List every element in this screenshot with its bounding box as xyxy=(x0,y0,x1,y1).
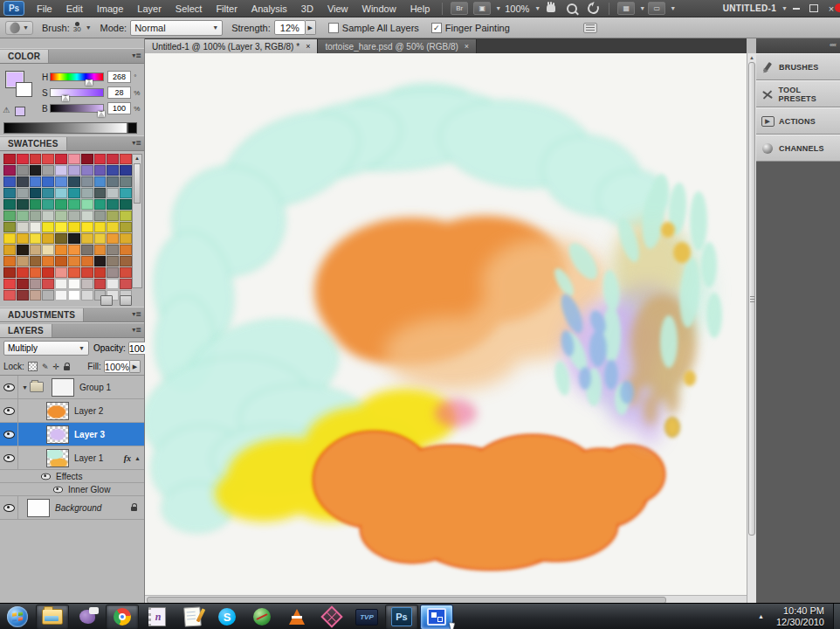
swatch[interactable] xyxy=(120,154,132,164)
color-panel-tab[interactable]: COLOR xyxy=(0,50,49,63)
swatch[interactable] xyxy=(68,233,80,244)
taskbar-editor-button[interactable] xyxy=(176,605,208,629)
swatch[interactable] xyxy=(30,176,42,187)
tab-tortoise-hare[interactable]: tortoise_hare.psd @ 50% (RGB/8) × xyxy=(318,39,477,53)
layers-panel-tab[interactable]: LAYERS xyxy=(0,324,52,337)
swatch[interactable] xyxy=(3,188,16,198)
scroll-thumb[interactable] xyxy=(134,163,141,204)
menu-item[interactable]: Image xyxy=(90,0,131,17)
swatch[interactable] xyxy=(3,233,16,244)
swatch[interactable] xyxy=(107,233,119,244)
brushes-panel-button[interactable]: BRUSHES xyxy=(756,53,840,80)
swatch[interactable] xyxy=(42,222,54,232)
layer-thumbnail[interactable] xyxy=(27,499,50,517)
swatch[interactable] xyxy=(17,211,29,221)
taskbar-clock[interactable]: 10:40 PM 12/30/2010 xyxy=(776,605,824,628)
swatch[interactable] xyxy=(81,267,93,278)
swatch[interactable] xyxy=(42,188,54,198)
tab-close-icon[interactable]: × xyxy=(465,42,469,51)
zoom-level[interactable]: 100% xyxy=(505,3,529,14)
layer-row-layer-1[interactable]: Layer 1 fx ▲ xyxy=(0,446,144,470)
bridge-button[interactable]: Br xyxy=(451,2,468,15)
swatch[interactable] xyxy=(42,165,54,176)
disclosure-triangle-icon[interactable]: ▼ xyxy=(22,384,28,391)
tab-untitled-1[interactable]: Untitled-1 @ 100% (Layer 3, RGB/8) * × xyxy=(145,39,318,53)
swatch[interactable] xyxy=(68,154,80,164)
menu-item[interactable]: 3D xyxy=(294,0,320,17)
layer-thumbnail[interactable] xyxy=(46,425,69,444)
swatch[interactable] xyxy=(42,199,54,210)
swatch[interactable] xyxy=(94,233,107,244)
swatch[interactable] xyxy=(81,222,93,232)
swatch[interactable] xyxy=(55,211,67,221)
swatch[interactable] xyxy=(30,233,42,244)
swatch[interactable] xyxy=(42,176,54,187)
swatch[interactable] xyxy=(94,154,107,164)
swatch[interactable] xyxy=(94,256,107,266)
swatch[interactable] xyxy=(3,165,16,176)
gamut-color-swatch[interactable] xyxy=(15,107,25,116)
swatch[interactable] xyxy=(55,279,67,289)
swatch[interactable] xyxy=(30,222,42,232)
menu-item[interactable]: Edit xyxy=(59,0,90,17)
swatch[interactable] xyxy=(55,245,67,255)
swatch[interactable] xyxy=(120,211,132,221)
swatch[interactable] xyxy=(107,267,119,278)
layer-row-background[interactable]: Background xyxy=(0,496,144,520)
swatch[interactable] xyxy=(30,279,42,289)
menu-item[interactable]: Layer xyxy=(130,0,169,17)
swatch[interactable] xyxy=(107,245,119,255)
swatch[interactable] xyxy=(17,245,29,255)
strength-input[interactable]: 12% xyxy=(274,20,306,35)
swatch[interactable] xyxy=(68,279,80,289)
swatch[interactable] xyxy=(17,222,29,232)
arrange-documents-icon[interactable]: ▦ xyxy=(617,2,635,15)
hue-slider-thumb[interactable] xyxy=(86,79,93,86)
saturation-slider[interactable] xyxy=(50,88,104,97)
swatch[interactable] xyxy=(3,279,16,289)
finger-painting-checkbox[interactable]: ✓ xyxy=(431,23,442,33)
effects-label[interactable]: Effects xyxy=(56,472,82,481)
hue-value[interactable]: 268 xyxy=(107,71,131,83)
visibility-eye-icon[interactable] xyxy=(3,384,15,391)
taskbar-explorer-button[interactable] xyxy=(37,605,68,629)
swatch[interactable] xyxy=(17,199,29,210)
visibility-eye-icon[interactable] xyxy=(3,431,15,439)
taskbar-vlc-button[interactable] xyxy=(281,605,313,629)
swatch[interactable] xyxy=(107,165,119,176)
fx-collapse-icon[interactable]: ▲ xyxy=(134,455,141,461)
background-color-swatch[interactable] xyxy=(16,82,32,97)
taskbar-tvpaint-button[interactable]: TVP xyxy=(351,605,382,629)
swatch[interactable] xyxy=(120,199,132,210)
swatch[interactable] xyxy=(81,165,93,176)
swatch[interactable] xyxy=(42,233,54,244)
delete-swatch-icon[interactable] xyxy=(120,295,132,306)
panel-menu-icon[interactable]: ▾≣ xyxy=(132,310,141,318)
scroll-thumb[interactable] xyxy=(147,597,666,603)
swatch[interactable] xyxy=(55,188,67,198)
layer-thumbnail[interactable] xyxy=(52,378,74,397)
swatch[interactable] xyxy=(42,256,54,266)
swatch[interactable] xyxy=(120,267,132,278)
saturation-value[interactable]: 28 xyxy=(107,86,131,99)
swatch[interactable] xyxy=(3,245,16,255)
swatch[interactable] xyxy=(42,267,54,278)
scroll-up-icon[interactable]: ▲ xyxy=(133,155,141,162)
swatch[interactable] xyxy=(68,188,80,198)
sample-all-layers-checkbox[interactable] xyxy=(328,23,339,33)
lock-all-icon[interactable] xyxy=(64,366,70,370)
swatch[interactable] xyxy=(30,165,42,176)
adjustments-panel-tab[interactable]: ADJUSTMENTS xyxy=(0,308,84,321)
swatch[interactable] xyxy=(17,279,29,289)
swatch[interactable] xyxy=(81,199,93,210)
taskbar-media-button[interactable] xyxy=(246,605,278,629)
menu-item[interactable]: Help xyxy=(403,0,437,17)
swatch[interactable] xyxy=(55,176,67,187)
horizontal-scrollbar[interactable] xyxy=(145,595,747,603)
swatch[interactable] xyxy=(68,256,80,266)
swatch[interactable] xyxy=(17,165,29,176)
brightness-value[interactable]: 100 xyxy=(107,102,131,114)
swatch[interactable] xyxy=(30,199,42,210)
swatch[interactable] xyxy=(55,256,67,266)
swatches-panel-tab[interactable]: SWATCHES xyxy=(0,137,67,150)
